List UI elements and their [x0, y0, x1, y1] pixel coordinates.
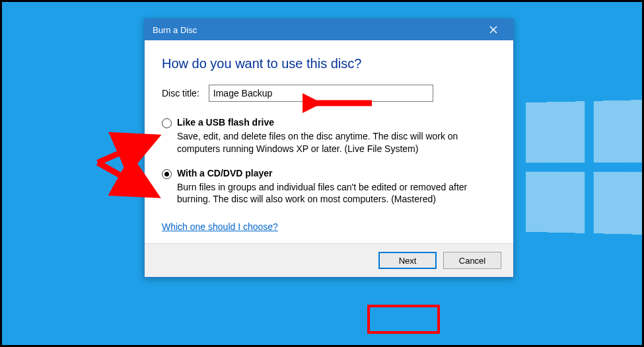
option-usb-desc: Save, edit, and delete files on the disc…	[177, 130, 496, 155]
option-cddvd-label: With a CD/DVD player	[177, 167, 496, 180]
next-button-label: Next	[399, 256, 417, 266]
option-cddvd-desc: Burn files in groups and individual file…	[177, 181, 496, 206]
close-button[interactable]	[479, 20, 508, 39]
dialog-headline: How do you want to use this disc?	[162, 56, 496, 71]
cancel-button-label: Cancel	[459, 256, 485, 266]
disc-title-label: Disc title:	[162, 88, 199, 98]
close-icon	[489, 26, 497, 34]
option-usb-flash[interactable]: Like a USB flash drive Save, edit, and d…	[162, 116, 496, 155]
svg-line-3	[98, 139, 151, 163]
radio-cd-dvd[interactable]	[162, 169, 172, 179]
next-button[interactable]: Next	[378, 252, 437, 269]
cancel-button[interactable]: Cancel	[443, 252, 501, 269]
disc-title-row: Disc title:	[162, 85, 496, 102]
help-link[interactable]: Which one should I choose?	[162, 221, 278, 232]
dialog-button-bar: Next Cancel	[145, 243, 513, 277]
windows-logo-icon	[526, 100, 644, 235]
option-cd-dvd[interactable]: With a CD/DVD player Burn files in group…	[162, 167, 496, 206]
svg-line-4	[98, 163, 151, 192]
dialog-content: How do you want to use this disc? Disc t…	[145, 40, 513, 243]
dialog-titlebar[interactable]: Burn a Disc	[145, 19, 513, 40]
dialog-title: Burn a Disc	[153, 25, 197, 35]
option-usb-label: Like a USB flash drive	[177, 116, 496, 129]
burn-disc-dialog: Burn a Disc How do you want to use this …	[144, 19, 514, 278]
radio-usb-flash[interactable]	[162, 118, 172, 128]
annotation-highlight-next	[367, 305, 440, 334]
disc-title-input[interactable]	[209, 85, 433, 102]
